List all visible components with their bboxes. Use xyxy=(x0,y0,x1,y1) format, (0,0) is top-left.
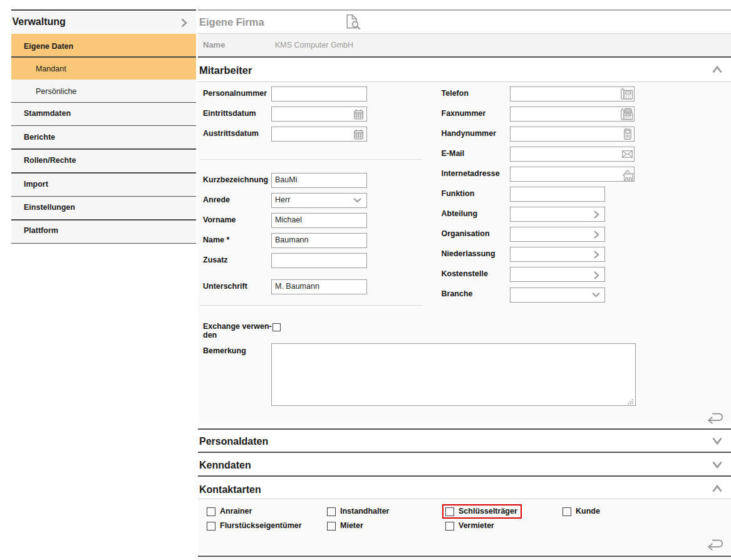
svg-text:www: www xyxy=(625,172,634,175)
